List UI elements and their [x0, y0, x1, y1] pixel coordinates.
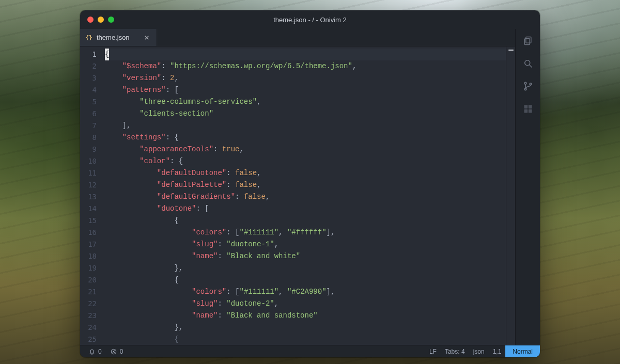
code-line[interactable]: "defaultGradients": false, — [105, 191, 506, 203]
svg-rect-7 — [528, 105, 532, 109]
line-number[interactable]: 2 — [80, 60, 97, 72]
line-number[interactable]: 5 — [80, 96, 97, 108]
json-file-icon: {} — [85, 34, 92, 41]
code-line[interactable]: "colors": ["#111111", "#ffffff"], — [105, 227, 506, 239]
error-icon — [110, 348, 117, 355]
minimap[interactable] — [506, 46, 515, 345]
status-notifications[interactable]: 0 — [84, 345, 106, 357]
tab-theme-json[interactable]: {} theme.json — [80, 29, 157, 46]
code-line[interactable]: { — [105, 274, 506, 286]
svg-rect-6 — [524, 105, 528, 109]
code-line[interactable]: "version": 2, — [105, 72, 506, 84]
code-line[interactable]: "appearanceTools": true, — [105, 144, 506, 155]
code-line[interactable]: "color": { — [105, 155, 506, 167]
line-number[interactable]: 11 — [80, 167, 97, 179]
status-errors[interactable]: 0 — [106, 345, 128, 357]
line-number[interactable]: 8 — [80, 132, 97, 144]
code-line[interactable]: "defaultDuotone": false, — [105, 167, 506, 179]
extensions-button[interactable] — [522, 103, 534, 115]
line-number[interactable]: 14 — [80, 203, 97, 215]
status-bar: 0 0 LF Tabs: 4 json 1,1 Normal — [80, 345, 540, 357]
line-number[interactable]: 10 — [80, 155, 97, 167]
error-count: 0 — [120, 348, 123, 355]
window-title: theme.json - / - Onivim 2 — [80, 16, 540, 24]
svg-point-3 — [524, 82, 526, 84]
traffic-lights — [80, 17, 114, 23]
status-indent[interactable]: Tabs: 4 — [441, 345, 469, 357]
svg-rect-1 — [524, 39, 530, 45]
line-number[interactable]: 4 — [80, 84, 97, 96]
line-number[interactable]: 23 — [80, 310, 97, 322]
code-line[interactable]: "name": "Black and sandstone" — [105, 310, 506, 322]
source-control-button[interactable] — [522, 81, 534, 92]
tab-close-button[interactable] — [143, 34, 150, 41]
activity-bar — [515, 29, 540, 345]
files-icon — [523, 36, 533, 46]
tab-label: theme.json — [97, 34, 130, 41]
status-vim-mode[interactable]: Normal — [505, 345, 540, 357]
line-number[interactable]: 9 — [80, 144, 97, 155]
code-line[interactable]: "slug": "duotone-2", — [105, 298, 506, 310]
svg-point-5 — [530, 83, 532, 85]
line-number[interactable]: 1 — [80, 49, 97, 60]
line-number[interactable]: 22 — [80, 298, 97, 310]
line-number[interactable]: 15 — [80, 215, 97, 227]
grid-icon — [523, 104, 533, 114]
line-number[interactable]: 17 — [80, 239, 97, 250]
code-line[interactable]: "patterns": [ — [105, 84, 506, 96]
explorer-button[interactable] — [522, 35, 534, 46]
code-line[interactable]: "colors": ["#111111", "#C2A990"], — [105, 286, 506, 298]
line-number[interactable]: 3 — [80, 72, 97, 84]
code-line[interactable]: { — [105, 49, 506, 60]
notification-count: 0 — [98, 348, 102, 355]
status-line-ending[interactable]: LF — [425, 345, 441, 357]
status-language[interactable]: json — [469, 345, 489, 357]
line-number[interactable]: 20 — [80, 274, 97, 286]
titlebar[interactable]: theme.json - / - Onivim 2 — [80, 10, 540, 29]
line-number[interactable]: 6 — [80, 108, 97, 120]
git-branch-icon — [523, 81, 533, 91]
code-line[interactable]: { — [105, 215, 506, 227]
code-line[interactable]: "$schema": "https://schemas.wp.org/wp/6.… — [105, 60, 506, 72]
close-icon — [144, 35, 149, 40]
code-line[interactable]: "settings": { — [105, 132, 506, 144]
code-line[interactable]: { — [105, 334, 506, 345]
line-number-gutter[interactable]: 1234567891011121314151617181920212223242… — [80, 46, 102, 345]
line-number[interactable]: 7 — [80, 120, 97, 132]
line-number[interactable]: 16 — [80, 227, 97, 239]
line-number[interactable]: 19 — [80, 262, 97, 274]
close-window-button[interactable] — [87, 17, 94, 23]
svg-point-2 — [524, 60, 530, 66]
svg-rect-8 — [524, 109, 528, 113]
line-number[interactable]: 21 — [80, 286, 97, 298]
code-line[interactable]: "clients-section" — [105, 108, 506, 120]
tab-bar: {} theme.json — [80, 29, 515, 46]
line-number[interactable]: 18 — [80, 250, 97, 262]
app-window: theme.json - / - Onivim 2 {} theme.json … — [80, 10, 540, 357]
svg-rect-9 — [528, 109, 532, 113]
svg-rect-0 — [525, 37, 531, 43]
code-area[interactable]: { "$schema": "https://schemas.wp.org/wp/… — [102, 46, 506, 345]
line-number[interactable]: 24 — [80, 322, 97, 334]
search-button[interactable] — [522, 58, 534, 69]
bell-icon — [88, 348, 96, 355]
code-line[interactable]: }, — [105, 322, 506, 334]
code-line[interactable]: "duotone": [ — [105, 203, 506, 215]
code-line[interactable]: "slug": "duotone-1", — [105, 239, 506, 250]
line-number[interactable]: 12 — [80, 179, 97, 191]
status-cursor-position[interactable]: 1,1 — [489, 345, 506, 357]
search-icon — [523, 58, 533, 69]
code-line[interactable]: ], — [105, 120, 506, 132]
svg-point-4 — [524, 88, 526, 90]
minimize-window-button[interactable] — [98, 17, 104, 23]
code-line[interactable]: "defaultPalette": false, — [105, 179, 506, 191]
editor[interactable]: 1234567891011121314151617181920212223242… — [80, 46, 515, 345]
line-number[interactable]: 25 — [80, 334, 97, 345]
code-line[interactable]: "name": "Black and white" — [105, 250, 506, 262]
code-line[interactable]: "three-columns-of-services", — [105, 96, 506, 108]
zoom-window-button[interactable] — [108, 17, 114, 23]
code-line[interactable]: }, — [105, 262, 506, 274]
line-number[interactable]: 13 — [80, 191, 97, 203]
